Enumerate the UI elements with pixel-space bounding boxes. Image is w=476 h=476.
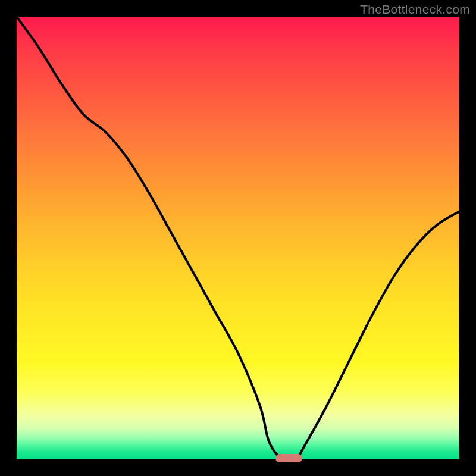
watermark-text: TheBottleneck.com bbox=[360, 2, 470, 17]
chart-plot-area bbox=[17, 17, 459, 459]
chart-frame: TheBottleneck.com bbox=[0, 0, 476, 476]
optimal-marker bbox=[275, 454, 302, 462]
bottleneck-curve bbox=[17, 17, 459, 459]
